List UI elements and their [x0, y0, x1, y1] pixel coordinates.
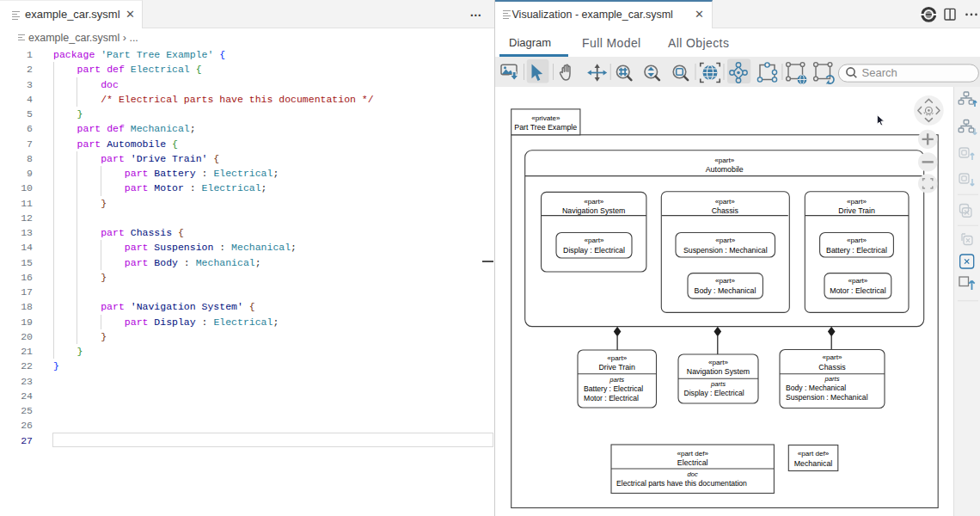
svg-text:Drive Train: Drive Train: [838, 206, 875, 215]
svg-text:Drive Train: Drive Train: [598, 363, 635, 372]
svg-text:Chassis: Chassis: [818, 363, 846, 372]
svg-text:«part def»: «part def»: [677, 450, 708, 458]
svg-text:parts: parts: [710, 380, 726, 388]
svg-text:Electrical parts have this doc: Electrical parts have this documentation: [616, 479, 747, 488]
svg-text:«part»: «part»: [584, 198, 603, 206]
svg-text:doc: doc: [688, 470, 698, 478]
svg-text:parts: parts: [824, 375, 840, 383]
svg-text:«part»: «part»: [715, 236, 735, 244]
svg-text:«private»: «private»: [531, 114, 560, 122]
svg-text:Search: Search: [862, 66, 897, 79]
svg-text:Motor : Electrical: Motor : Electrical: [830, 286, 886, 295]
svg-text:Navigation System: Navigation System: [562, 206, 625, 215]
svg-text:parts: parts: [609, 376, 624, 384]
svg-text:«part def»: «part def»: [798, 450, 830, 458]
svg-text:Battery : Electrical: Battery : Electrical: [584, 384, 643, 393]
svg-text:Body : Mechanical: Body : Mechanical: [695, 286, 756, 295]
svg-text:Mechanical: Mechanical: [794, 459, 833, 468]
svg-text:Suspension : Mechanical: Suspension : Mechanical: [683, 246, 768, 255]
svg-text:Motor : Electrical: Motor : Electrical: [584, 394, 639, 402]
svg-text:Part Tree Example: Part Tree Example: [514, 123, 577, 132]
svg-text:«part»: «part»: [715, 198, 735, 206]
svg-text:Display : Electrical: Display : Electrical: [563, 246, 625, 255]
svg-text:«part»: «part»: [847, 198, 867, 206]
svg-text:«part»: «part»: [715, 277, 735, 285]
svg-text:Battery : Electrical: Battery : Electrical: [826, 246, 887, 255]
svg-text:Suspension : Mechanical: Suspension : Mechanical: [786, 393, 868, 402]
svg-text:Body : Mechanical: Body : Mechanical: [786, 384, 846, 392]
svg-text:Automobile: Automobile: [706, 165, 744, 174]
svg-text:«part»: «part»: [607, 354, 627, 362]
svg-text:«part»: «part»: [585, 236, 604, 244]
svg-text:Navigation System: Navigation System: [687, 367, 750, 376]
svg-text:Electrical: Electrical: [677, 458, 708, 467]
svg-text:«part»: «part»: [708, 359, 728, 366]
svg-text:«part»: «part»: [823, 353, 842, 361]
svg-text:«part»: «part»: [848, 277, 867, 285]
svg-text:Chassis: Chassis: [712, 206, 739, 215]
svg-text:Display : Electrical: Display : Electrical: [684, 389, 744, 397]
svg-text:«part»: «part»: [714, 157, 734, 164]
svg-text:«part»: «part»: [847, 236, 867, 244]
